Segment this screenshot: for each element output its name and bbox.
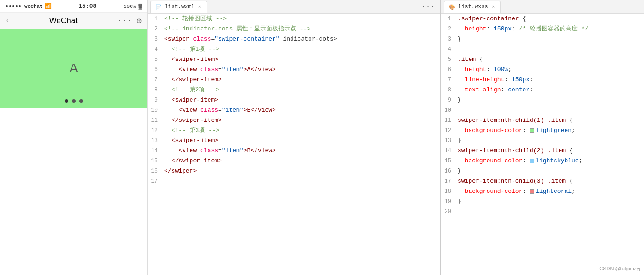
table-row: 15 background-color: lightskyblue;: [441, 156, 644, 166]
wxml-tab-icon: 📄: [155, 4, 162, 10]
line-content: <!-- 第1项 -->: [164, 44, 440, 54]
line-number: 17: [148, 176, 164, 186]
line-content: <!-- 第2项 -->: [164, 85, 440, 95]
line-number: 3: [148, 34, 164, 44]
editor-container: 📄 list.wxml × ··· 1<!-- 轮播图区域 -->2<!-- i…: [148, 0, 644, 275]
wxml-code-area[interactable]: 1<!-- 轮播图区域 -->2<!-- indicator-dots 属性：显…: [148, 14, 440, 275]
battery-icon: ▓: [138, 4, 142, 9]
wxml-tab-more[interactable]: ···: [418, 3, 437, 11]
table-row: 7 line-height: 150px;: [441, 75, 644, 85]
table-row: 6 height: 100%;: [441, 65, 644, 75]
line-number: 14: [441, 146, 458, 156]
table-row: 13}: [441, 136, 644, 146]
line-content: swiper-item:nth-child(3) .item {: [458, 176, 644, 186]
dot-2: [72, 99, 76, 103]
line-content: background-color: lightcoral;: [458, 186, 644, 197]
table-row: 15 </swiper-item>: [148, 156, 440, 166]
swiper-slide-letter: A: [69, 61, 78, 76]
wxss-tab-close[interactable]: ×: [491, 4, 496, 10]
phone-status-right: 100% ▓: [124, 4, 142, 9]
carrier-label: WeChat: [24, 4, 43, 9]
phone-simulator: ●●●●● WeChat 📶 15:08 100% ▓ ‹ WeChat ···…: [0, 0, 148, 275]
dot-1: [65, 99, 68, 103]
phone-nav-icons: ··· ⊕: [117, 16, 142, 26]
wxss-code-area[interactable]: 1.swiper-container {2 height: 150px; /* …: [441, 14, 644, 275]
swiper-display: A: [0, 29, 147, 108]
phone-nav-bar: ‹ WeChat ··· ⊕: [0, 13, 147, 29]
line-content: .item {: [458, 54, 644, 65]
tab-bar-left: 📄 list.wxml ×: [150, 1, 207, 13]
signal-dots: ●●●●●: [6, 4, 22, 9]
table-row: 17: [148, 176, 440, 186]
color-swatch: [530, 189, 534, 194]
table-row: 20: [441, 207, 644, 217]
line-content: <view class="item">A</view>: [164, 65, 440, 75]
line-number: 14: [148, 146, 164, 156]
wxml-tab[interactable]: 📄 list.wxml ×: [150, 1, 207, 13]
line-content: }: [458, 166, 644, 176]
line-number: 2: [441, 24, 458, 34]
line-number: 7: [441, 75, 458, 85]
table-row: 5 <swiper-item>: [148, 54, 440, 65]
line-number: 4: [148, 44, 164, 54]
line-number: 20: [441, 207, 458, 217]
phone-time: 15:08: [78, 3, 96, 10]
table-row: 2 height: 150px; /* 轮播图容器的高度 */: [441, 24, 644, 34]
wxml-panel: 📄 list.wxml × ··· 1<!-- 轮播图区域 -->2<!-- i…: [148, 0, 441, 275]
line-number: 5: [148, 54, 164, 65]
line-content: }: [458, 136, 644, 146]
wxss-tab[interactable]: 🎨 list.wxss ×: [444, 1, 501, 13]
line-number: 1: [148, 14, 164, 24]
line-number: 8: [148, 85, 164, 95]
table-row: 12 background-color: lightgreen;: [441, 126, 644, 136]
table-row: 8 <!-- 第2项 -->: [148, 85, 440, 95]
table-row: 14swiper-item:nth-child(2) .item {: [441, 146, 644, 156]
table-row: 9}: [441, 95, 644, 105]
line-content: text-align: center;: [458, 85, 644, 95]
table-row: 8 text-align: center;: [441, 85, 644, 95]
phone-status-bar: ●●●●● WeChat 📶 15:08 100% ▓: [0, 0, 147, 13]
phone-content: A: [0, 29, 147, 275]
table-row: 11 </swiper-item>: [148, 115, 440, 126]
line-number: 9: [441, 95, 458, 105]
wifi-icon: 📶: [45, 3, 52, 10]
line-content: </swiper-item>: [164, 115, 440, 126]
line-content: }: [458, 95, 644, 105]
phone-status-left: ●●●●● WeChat 📶: [6, 3, 52, 10]
swiper-dots: [65, 99, 83, 103]
line-content: <view class="item">B</view>: [164, 105, 440, 115]
line-number: 15: [441, 156, 458, 166]
line-number: 4: [441, 44, 458, 54]
line-number: 1: [441, 14, 458, 24]
line-content: </swiper-item>: [164, 75, 440, 85]
line-number: 15: [148, 156, 164, 166]
color-swatch: [530, 159, 534, 163]
wxss-tab-bar-left: 🎨 list.wxss ×: [444, 1, 501, 13]
line-number: 12: [148, 126, 164, 136]
line-content: <view class="item">B</view>: [164, 146, 440, 156]
table-row: 5.item {: [441, 54, 644, 65]
line-number: 3: [441, 34, 458, 44]
wxml-tab-label: list.wxml: [165, 4, 195, 10]
wxml-tab-close[interactable]: ×: [197, 4, 203, 10]
table-row: 4 <!-- 第1项 -->: [148, 44, 440, 54]
table-row: 10 <view class="item">B</view>: [148, 105, 440, 115]
line-content: swiper-item:nth-child(2) .item {: [458, 146, 644, 156]
table-row: 1<!-- 轮播图区域 -->: [148, 14, 440, 24]
table-row: 3<swiper class="swiper-container" indica…: [148, 34, 440, 44]
line-number: 13: [148, 136, 164, 146]
table-row: 9 <swiper-item>: [148, 95, 440, 105]
table-row: 12 <!-- 第3项 -->: [148, 126, 440, 136]
line-content: height: 100%;: [458, 65, 644, 75]
table-row: 18 background-color: lightcoral;: [441, 186, 644, 197]
phone-plus-icon: ⊕: [137, 16, 142, 26]
table-row: 2<!-- indicator-dots 属性：显示面板指示点 -->: [148, 24, 440, 34]
line-number: 16: [441, 166, 458, 176]
table-row: 17swiper-item:nth-child(3) .item {: [441, 176, 644, 186]
table-row: 6 <view class="item">A</view>: [148, 65, 440, 75]
line-content: swiper-item:nth-child(1) .item {: [458, 115, 644, 126]
line-number: 11: [441, 115, 458, 126]
line-content: <swiper class="swiper-container" indicat…: [164, 34, 440, 44]
line-content: <!-- 第3项 -->: [164, 126, 440, 136]
battery-percent: 100%: [124, 4, 136, 9]
